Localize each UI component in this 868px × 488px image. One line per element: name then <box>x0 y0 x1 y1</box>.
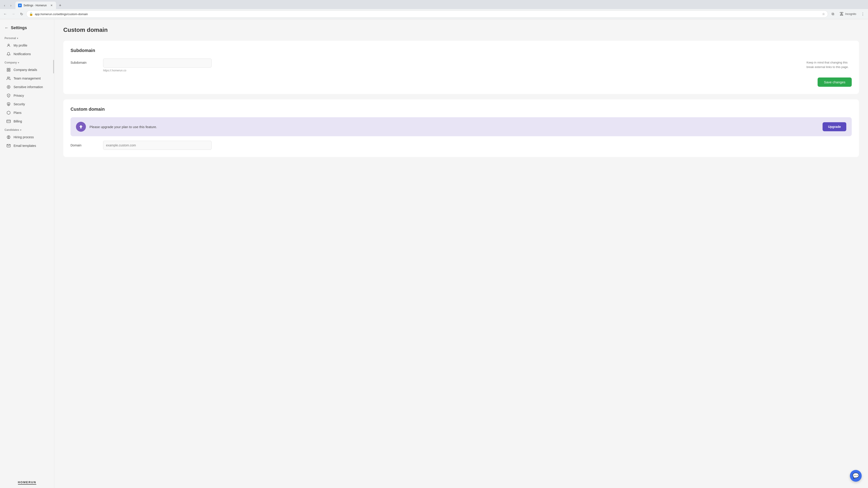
sidebar-item-notifications[interactable]: Notifications <box>2 50 52 58</box>
forward-button[interactable]: → <box>10 11 17 18</box>
sidebar: ← Settings Personal ▾ My profile <box>0 19 54 488</box>
svg-point-13 <box>8 136 9 137</box>
save-changes-button[interactable]: Save changes <box>817 77 852 87</box>
company-section-label: Company ▾ <box>0 58 54 66</box>
svg-point-6 <box>7 77 9 78</box>
shield-check-icon <box>6 93 11 98</box>
chat-icon: 💬 <box>852 473 859 479</box>
sidebar-item-billing[interactable]: Billing <box>2 117 52 126</box>
person-icon <box>6 43 11 48</box>
svg-point-8 <box>8 87 9 88</box>
subdomain-card-footer: Save changes <box>70 77 852 87</box>
tab-close-button[interactable]: ✕ <box>50 4 53 7</box>
sidebar-item-label: Security <box>13 102 25 106</box>
chat-bubble[interactable]: 💬 <box>850 470 862 482</box>
browser-tabs-bar: ‹ › H Settings · Homerun ✕ + <box>0 0 868 9</box>
reload-button[interactable]: ↻ <box>18 11 25 18</box>
bookmark-icon[interactable]: ☆ <box>822 12 825 16</box>
sidebar-item-label: Company details <box>13 68 37 72</box>
page-title: Custom domain <box>63 26 859 33</box>
sidebar-item-label: Email templates <box>13 144 36 148</box>
envelope-icon <box>6 143 11 148</box>
company-caret-icon: ▾ <box>18 61 19 64</box>
toolbar-right: ⧉ Incognito ⋮ <box>829 11 866 18</box>
sidebar-item-label: My profile <box>13 43 27 47</box>
incognito-icon <box>839 12 844 16</box>
menu-button[interactable]: ⋮ <box>860 11 866 18</box>
svg-rect-9 <box>8 104 9 105</box>
upgrade-button[interactable]: Upgrade <box>823 122 846 131</box>
svg-point-0 <box>841 13 842 14</box>
custom-domain-card-title: Custom domain <box>70 107 852 112</box>
sidebar-scrollbar[interactable] <box>53 60 54 73</box>
domain-label: Domain <box>70 143 98 147</box>
sidebar-item-privacy[interactable]: Privacy <box>2 91 52 100</box>
cube-icon <box>6 110 11 115</box>
people-icon <box>6 76 11 80</box>
sidebar-item-security[interactable]: Security <box>2 100 52 108</box>
settings-back-link[interactable]: ← Settings <box>0 24 54 34</box>
svg-rect-3 <box>9 68 10 69</box>
sidebar-item-label: Team management <box>13 76 41 80</box>
credit-card-icon <box>6 119 11 124</box>
sidebar-item-sensitive-information[interactable]: Sensitive information <box>2 83 52 91</box>
sidebar-item-email-templates[interactable]: Email templates <box>2 141 52 150</box>
browser-toolbar: ← → ↻ 🔒 ☆ ⧉ Incognito ⋮ <box>0 9 868 19</box>
back-button[interactable]: ← <box>2 11 8 18</box>
sensitive-icon <box>6 85 11 89</box>
incognito-label: Incognito <box>845 12 856 15</box>
svg-point-1 <box>8 44 9 45</box>
browser-chrome: ‹ › H Settings · Homerun ✕ + ← → ↻ 🔒 ☆ ⧉ <box>0 0 868 19</box>
subdomain-hint: https://.homerun.co <box>103 69 801 72</box>
sidebar-item-my-profile[interactable]: My profile <box>2 41 52 50</box>
address-input[interactable] <box>35 12 820 16</box>
upgrade-banner: Please upgrade your plan to use this fea… <box>70 117 852 136</box>
sidebar-item-team-management[interactable]: Team management <box>2 74 52 83</box>
subdomain-input[interactable] <box>103 59 212 68</box>
sidebar-item-label: Billing <box>13 120 22 123</box>
address-bar[interactable]: 🔒 ☆ <box>26 10 828 18</box>
bell-icon <box>6 52 11 56</box>
next-tabs-button[interactable]: › <box>8 3 13 8</box>
svg-rect-4 <box>7 70 8 71</box>
upgrade-message: Please upgrade your plan to use this fea… <box>90 125 819 129</box>
settings-back-label: Settings <box>11 26 27 30</box>
personal-caret-icon: ▾ <box>17 37 18 39</box>
new-tab-button[interactable]: + <box>57 2 63 8</box>
sidebar-item-label: Hiring process <box>13 135 34 139</box>
back-arrow-icon: ← <box>4 26 8 30</box>
prev-tabs-button[interactable]: ‹ <box>2 3 7 8</box>
main-content: Custom domain Subdomain Subdomain https:… <box>54 19 868 488</box>
sidebar-item-company-details[interactable]: Company details <box>2 66 52 74</box>
domain-input[interactable] <box>103 141 212 150</box>
subdomain-side-note: Keep in mind that changing this break ex… <box>807 59 852 69</box>
candidates-section-label: Candidates ▾ <box>0 126 54 133</box>
subdomain-field: https://.homerun.co <box>103 59 801 72</box>
upgrade-icon <box>76 122 86 132</box>
incognito-badge: Incognito <box>837 11 859 17</box>
sidebar-logo: HOMERUN <box>18 481 36 485</box>
address-lock-icon: 🔒 <box>29 12 33 16</box>
hiring-process-icon <box>6 135 11 139</box>
candidates-caret-icon: ▾ <box>20 129 21 131</box>
app-container: ← Settings Personal ▾ My profile <box>0 19 868 488</box>
svg-point-7 <box>7 86 10 89</box>
domain-form-row: Domain <box>70 141 852 150</box>
svg-rect-5 <box>9 70 10 71</box>
split-view-button[interactable]: ⧉ <box>829 11 836 18</box>
sidebar-item-label: Plans <box>13 111 22 115</box>
svg-rect-2 <box>7 68 8 69</box>
tab-back-forward: ‹ › <box>2 3 13 8</box>
custom-domain-card: Custom domain Please upgrade your plan t… <box>63 99 859 157</box>
personal-section-label: Personal ▾ <box>0 34 54 41</box>
sidebar-item-hiring-process[interactable]: Hiring process <box>2 133 52 141</box>
sidebar-item-label: Notifications <box>13 52 31 56</box>
subdomain-card-title: Subdomain <box>70 48 852 53</box>
browser-tab-active[interactable]: H Settings · Homerun ✕ <box>16 2 56 9</box>
tab-title: Settings · Homerun <box>24 4 47 7</box>
sidebar-item-label: Sensitive information <box>13 85 43 89</box>
subdomain-label: Subdomain <box>70 59 98 64</box>
subdomain-form-row: Subdomain https://.homerun.co Keep in mi… <box>70 59 852 72</box>
sidebar-item-plans[interactable]: Plans <box>2 108 52 117</box>
subdomain-card: Subdomain Subdomain https://.homerun.co … <box>63 41 859 94</box>
